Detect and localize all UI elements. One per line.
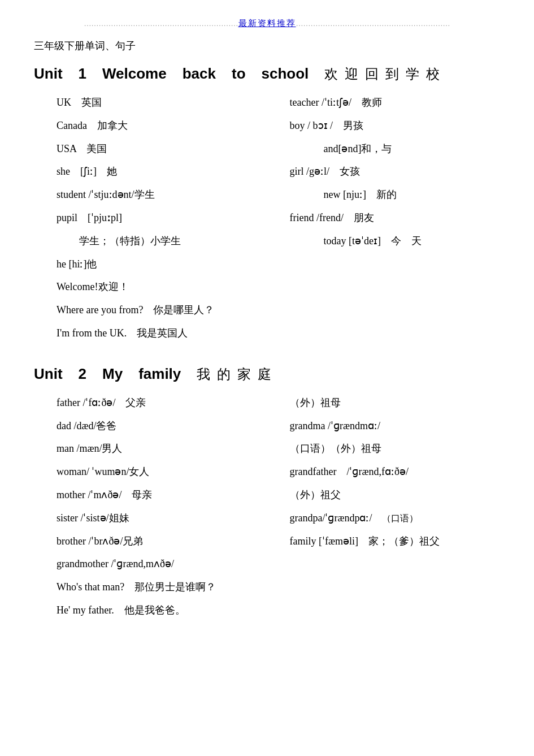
resource-link[interactable]: 最新资料推荐	[238, 19, 296, 28]
unit-2-vocab-right: （外）祖母 grandma /ˈɡrændmɑː/ （口语）（外）祖母 gran…	[290, 395, 501, 625]
vocab-item: Canada 加拿大	[57, 118, 267, 134]
unit-2-block: Unit 2 My family 我 的 家 庭 father /ˈfɑːðə/…	[34, 365, 500, 625]
vocab-item: I'm from the UK. 我是英国人	[57, 325, 267, 342]
dots-right: ………………………………………………………	[296, 19, 450, 28]
vocab-item: friend /frend/ 朋友	[290, 210, 501, 226]
unit-2-num: 2	[79, 365, 86, 383]
unit-2-title-my: My	[102, 365, 123, 383]
vocab-item: family [ˈfæməli] 家；（爹）祖父	[290, 533, 501, 550]
page-subtitle: 三年级下册单词、句子	[34, 39, 500, 53]
top-link-bar: ………………………………………………………最新资料推荐……………………………………	[34, 17, 500, 29]
vocab-item: （外）祖父	[290, 487, 501, 503]
unit-1-header: Unit 1 Welcome back to school 欢 迎 回 到 学 …	[34, 65, 500, 83]
vocab-item: dad /dæd/爸爸	[57, 418, 267, 434]
vocab-item: He' my father. 他是我爸爸。	[57, 602, 267, 619]
vocab-item: USA 美国	[57, 141, 267, 157]
vocab-item: sister /ˈsistə/姐妹	[57, 510, 267, 526]
vocab-item: （外）祖母	[290, 395, 501, 411]
vocab-item: Where are you from? 你是哪里人？	[57, 302, 267, 318]
vocab-item: girl /gəːl/ 女孩	[290, 163, 501, 180]
vocab-item: Who's that man? 那位男士是谁啊？	[57, 579, 267, 595]
vocab-item: brother /ˈbrʌðə/兄弟	[57, 533, 267, 550]
unit-1-title-school: school	[262, 65, 309, 83]
vocab-item: UK 英国	[57, 94, 267, 111]
vocab-item: she [ʃiː] 她	[57, 163, 267, 180]
unit-1-title-back: back	[183, 65, 216, 83]
vocab-item: （口语）（外）祖母	[290, 440, 501, 457]
vocab-item: student /ˈstjuːdənt/学生	[57, 187, 267, 203]
vocab-item: grandma /ˈɡrændmɑː/	[290, 418, 501, 434]
vocab-item: today [təˈdeɪ] 今 天	[290, 233, 501, 249]
unit-2-title-family: family	[138, 365, 181, 383]
vocab-item: grandfather /ˈɡrænd,fɑːðə/	[290, 464, 501, 480]
vocab-item: 学生；（特指）小学生	[57, 233, 267, 249]
unit-2-header: Unit 2 My family 我 的 家 庭	[34, 365, 500, 383]
unit-1-block: Unit 1 Welcome back to school 欢 迎 回 到 学 …	[34, 65, 500, 348]
dots-left: ………………………………………………………	[84, 19, 238, 28]
vocab-item: woman/ ˈwumən/女人	[57, 464, 267, 480]
vocab-item: mother /ˈmʌðə/ 母亲	[57, 487, 267, 503]
unit-2-vocab: father /ˈfɑːðə/ 父亲 dad /dæd/爸爸 man /mæn/…	[34, 395, 500, 625]
vocab-item: teacher /ˈtiːtʃə/ 教师	[290, 94, 501, 111]
unit-2-label: Unit	[34, 365, 63, 383]
vocab-item: grandpa/ˈɡrændpɑː/ （口语）	[290, 510, 501, 526]
unit-2-title-zh: 我 的 家 庭	[197, 365, 273, 383]
vocab-item: man /mæn/男人	[57, 440, 267, 457]
unit-1-vocab-left: UK 英国 Canada 加拿大 USA 美国 she [ʃiː] 她 stud…	[57, 94, 267, 348]
unit-1-title-zh: 欢 迎 回 到 学 校	[324, 65, 442, 83]
unit-1-title-to: to	[232, 65, 246, 83]
vocab-item: new [njuː] 新的	[290, 187, 501, 203]
vocab-item: Welcome!欢迎！	[57, 279, 267, 295]
vocab-item: father /ˈfɑːðə/ 父亲	[57, 395, 267, 411]
unit-1-vocab: UK 英国 Canada 加拿大 USA 美国 she [ʃiː] 她 stud…	[34, 94, 500, 348]
unit-1-num: 1	[79, 65, 86, 83]
vocab-item: pupil [ˈpjuːpl]	[57, 210, 267, 226]
unit-2-vocab-left: father /ˈfɑːðə/ 父亲 dad /dæd/爸爸 man /mæn/…	[57, 395, 267, 625]
vocab-item: boy / bɔɪ / 男孩	[290, 118, 501, 134]
unit-1-label: Unit	[34, 65, 63, 83]
unit-1-title-welcome: Welcome	[102, 65, 167, 83]
vocab-item: and[ənd]和，与	[290, 141, 501, 157]
vocab-item: he [hiː]他	[57, 256, 267, 273]
unit-1-vocab-right: teacher /ˈtiːtʃə/ 教师 boy / bɔɪ / 男孩 and[…	[290, 94, 501, 348]
vocab-item: grandmother /ˈɡrænd,mʌðə/	[57, 556, 267, 572]
